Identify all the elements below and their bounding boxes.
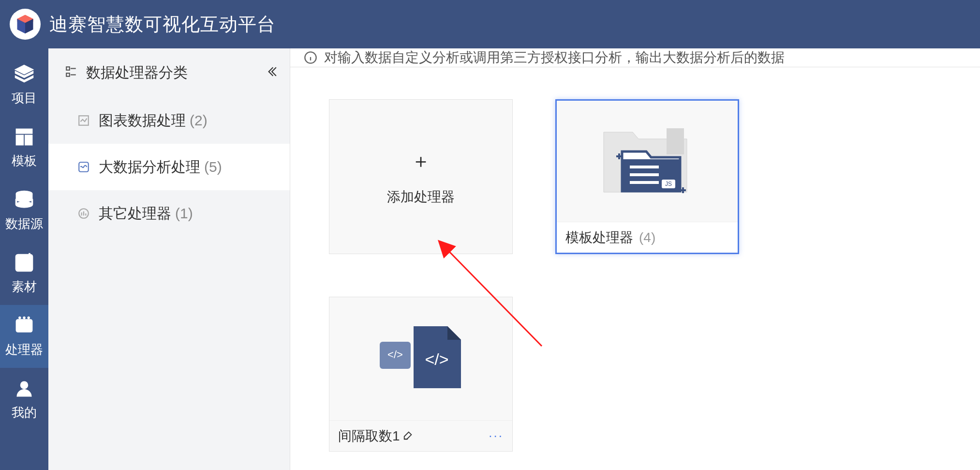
svg-point-14 bbox=[28, 317, 30, 318]
app-logo bbox=[10, 9, 41, 40]
rail-label: 数据源 bbox=[5, 215, 43, 232]
database-icon bbox=[14, 189, 35, 211]
collapse-icon[interactable] bbox=[265, 65, 277, 81]
rail-label: 我的 bbox=[12, 404, 37, 421]
sidebar-header: 数据处理器分类 bbox=[48, 48, 290, 97]
item-footer: 间隔取数1 ··· bbox=[329, 420, 512, 451]
svg-point-12 bbox=[19, 317, 21, 318]
sidebar-item-chart[interactable]: 图表数据处理 (2) bbox=[48, 97, 290, 144]
more-menu[interactable]: ··· bbox=[489, 428, 504, 443]
user-icon bbox=[14, 378, 35, 399]
svg-point-13 bbox=[23, 317, 25, 318]
sidebar-item-label: 其它处理器 bbox=[99, 204, 171, 224]
app-title: 迪赛智慧数可视化互动平台 bbox=[49, 12, 276, 37]
svg-rect-29 bbox=[667, 128, 684, 154]
notice-text: 对输入数据自定义分析或调用第三方授权接口分析，输出大数据分析后的数据 bbox=[324, 48, 785, 67]
folder-count: (4) bbox=[639, 230, 655, 245]
svg-rect-2 bbox=[25, 135, 32, 145]
rail-nav: 项目 模板 数据源 素材 </> 处理器 我的 bbox=[0, 48, 48, 470]
edit-icon[interactable] bbox=[403, 428, 414, 444]
folder-card-template[interactable]: JS 模板处理器 (4) bbox=[555, 99, 739, 254]
main-area: 对输入数据自定义分析或调用第三方授权接口分析，输出大数据分析后的数据 ＋ 添加处… bbox=[290, 48, 980, 470]
layers-icon bbox=[14, 63, 35, 85]
folder-preview: JS bbox=[557, 101, 738, 222]
material-icon bbox=[14, 252, 35, 273]
chart-icon bbox=[77, 114, 90, 127]
svg-point-15 bbox=[21, 381, 28, 389]
sidebar-item-other[interactable]: 其它处理器 (1) bbox=[48, 190, 290, 237]
rail-item-project[interactable]: 项目 bbox=[0, 53, 48, 116]
svg-text:JS: JS bbox=[665, 181, 672, 187]
category-sidebar: 数据处理器分类 图表数据处理 (2) 大数据分析处理 (5) 其它处理器 (1) bbox=[48, 48, 290, 470]
svg-rect-17 bbox=[66, 73, 70, 76]
processor-icon: </> bbox=[14, 315, 35, 336]
svg-rect-1 bbox=[16, 135, 24, 145]
folder-footer: 模板处理器 (4) bbox=[557, 222, 738, 253]
folder-label: 模板处理器 bbox=[565, 228, 633, 247]
sidebar-item-count: (2) bbox=[190, 112, 208, 129]
other-icon bbox=[77, 207, 90, 220]
sidebar-title: 数据处理器分类 bbox=[86, 63, 188, 83]
sidebar-item-count: (1) bbox=[175, 205, 193, 222]
rail-label: 项目 bbox=[12, 90, 37, 106]
rail-item-datasource[interactable]: 数据源 bbox=[0, 179, 48, 242]
item-name: 间隔取数1 bbox=[338, 427, 400, 445]
processor-card-interval[interactable]: </> </> 间隔取数1 ··· bbox=[329, 297, 513, 452]
svg-rect-16 bbox=[66, 67, 70, 70]
add-processor-card[interactable]: ＋ 添加处理器 bbox=[329, 99, 513, 254]
cards-grid: ＋ 添加处理器 JS bbox=[290, 67, 980, 470]
sidebar-list: 图表数据处理 (2) 大数据分析处理 (5) 其它处理器 (1) bbox=[48, 97, 290, 237]
sidebar-item-label: 大数据分析处理 bbox=[99, 157, 200, 177]
svg-point-7 bbox=[20, 258, 23, 261]
rail-item-profile[interactable]: 我的 bbox=[0, 368, 48, 431]
sidebar-item-label: 图表数据处理 bbox=[99, 111, 186, 131]
rail-label: 处理器 bbox=[5, 341, 43, 358]
svg-text:</>: </> bbox=[387, 349, 403, 361]
rail-item-processor[interactable]: </> 处理器 bbox=[0, 305, 48, 368]
svg-rect-0 bbox=[16, 129, 32, 133]
plus-icon: ＋ bbox=[411, 148, 431, 174]
list-tree-icon bbox=[65, 65, 77, 81]
svg-text:</>: </> bbox=[425, 350, 448, 368]
add-label: 添加处理器 bbox=[387, 188, 455, 206]
svg-point-5 bbox=[16, 201, 32, 207]
template-icon bbox=[14, 126, 35, 148]
rail-item-material[interactable]: 素材 bbox=[0, 242, 48, 305]
wave-icon bbox=[77, 161, 90, 173]
info-icon bbox=[304, 51, 317, 64]
notice-bar: 对输入数据自定义分析或调用第三方授权接口分析，输出大数据分析后的数据 bbox=[290, 48, 980, 67]
rail-label: 素材 bbox=[12, 278, 37, 295]
sidebar-item-bigdata[interactable]: 大数据分析处理 (5) bbox=[48, 144, 290, 190]
rail-label: 模板 bbox=[12, 152, 37, 169]
svg-point-4 bbox=[16, 196, 32, 201]
rail-item-template[interactable]: 模板 bbox=[0, 116, 48, 179]
item-preview: </> </> bbox=[329, 297, 512, 420]
app-header: 迪赛智慧数可视化互动平台 bbox=[0, 0, 980, 48]
svg-text:</>: </> bbox=[18, 321, 30, 330]
sidebar-item-count: (5) bbox=[204, 159, 222, 175]
